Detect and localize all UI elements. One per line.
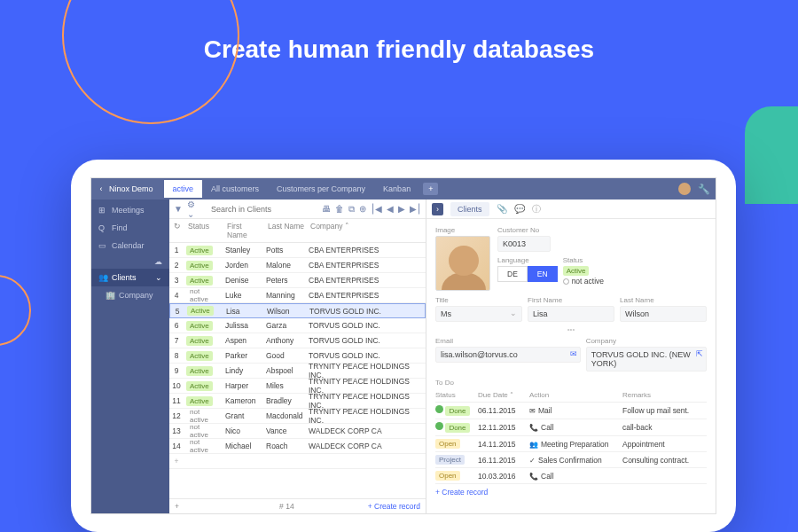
todo-row[interactable]: Project16.11.2015✓Sales ConfirmationCons…	[435, 452, 707, 468]
todo-header: Status Due Date ˄ Action Remarks	[435, 388, 707, 403]
cloud-sync-icon[interactable]: ☁	[91, 254, 169, 269]
grid-body: 1ActiveStanleyPottsCBA ENTERPRISES2Activ…	[169, 243, 426, 498]
todo-row[interactable]: Open14.11.2015👥Meeting PreparationAppoin…	[435, 436, 707, 452]
todo-label: To Do	[435, 379, 707, 387]
table-row[interactable]: 7ActiveAspenAnthonyTORVUS GOLD INC.	[169, 333, 426, 348]
list-panel: ▼ ⚙ ⌄ 🖶 🗑 ⧉ ⊕ ⎮◀ ◀ ▶ ▶⎮ ↻ Status First N…	[169, 200, 426, 513]
todo-row[interactable]: Open10.03.2016📞Call	[435, 468, 707, 484]
delete-icon[interactable]: 🗑	[335, 204, 344, 214]
filter-icon[interactable]: ▼	[174, 204, 183, 214]
todo-row[interactable]: Done12.11.2015📞Callcall-back	[435, 419, 707, 436]
company-field[interactable]: TORVUS GOLD INC. (NEW YORK)	[586, 347, 707, 372]
sidebar-item-meetings[interactable]: ⊞Meetings	[91, 201, 169, 219]
chevron-down-icon: ⌄	[155, 273, 162, 282]
calendar-icon: ▭	[98, 241, 107, 250]
lastname-label: Last Name	[620, 296, 707, 304]
table-row[interactable]: 4not activeLukeManningCBA ENTERPRISES	[169, 288, 426, 303]
row-count: # 14	[279, 502, 294, 511]
decorative-circle	[62, 0, 239, 124]
col-status[interactable]: Status	[185, 222, 224, 239]
collapse-detail-button[interactable]: ›	[432, 203, 443, 215]
gear-icon[interactable]: ⚙ ⌄	[187, 200, 204, 219]
search-input[interactable]	[208, 202, 313, 216]
client-photo[interactable]	[435, 236, 490, 291]
table-row[interactable]: 14not activeMichaelRoachWALDECK CORP CA	[169, 439, 426, 454]
email-field[interactable]: lisa.wilson@torvus.co	[435, 347, 581, 363]
table-row[interactable]: 6ActiveJulissaGarzaTORVUS GOLD INC.	[169, 318, 426, 333]
last-record-icon[interactable]: ▶⎮	[410, 204, 421, 214]
tab-kanban[interactable]: Kanban	[374, 180, 419, 198]
custno-field[interactable]: K0013	[497, 236, 551, 252]
find-icon: Q	[98, 223, 107, 232]
col-firstname[interactable]: First Name	[224, 222, 265, 239]
tab-customers-per-company[interactable]: Customers per Company	[268, 180, 374, 198]
col-lastname[interactable]: Last Name	[265, 222, 308, 239]
attachment-icon[interactable]: 📎	[497, 204, 507, 214]
add-row-placeholder[interactable]: +	[169, 454, 426, 469]
lang-en-button[interactable]: EN	[528, 266, 558, 282]
todo-col-date[interactable]: Due Date ˄	[478, 391, 529, 399]
table-row[interactable]: 5ActiveLisaWilsonTORVUS GOLD INC.	[169, 303, 426, 318]
duplicate-icon[interactable]: ⧉	[348, 204, 355, 215]
create-record-link[interactable]: + Create record	[368, 502, 420, 511]
decorative-shape	[745, 106, 798, 204]
top-bar: ‹ Ninox Demo activeAll customersCustomer…	[91, 178, 716, 200]
settings-wrench-icon[interactable]: 🔧	[698, 184, 710, 195]
table-row[interactable]: 2ActiveJordenMaloneCBA ENTERPRISES	[169, 258, 426, 273]
todo-row[interactable]: Done06.11.2015✉MailFollow up mail sent.	[435, 403, 707, 419]
sidebar-item-find[interactable]: QFind	[91, 219, 169, 237]
tablet-frame: ‹ Ninox Demo activeAll customersCustomer…	[71, 160, 736, 532]
grid-footer: + # 14 + Create record	[169, 498, 426, 513]
next-record-icon[interactable]: ▶	[398, 204, 405, 214]
add-tab-button[interactable]: +	[423, 183, 438, 195]
firstname-label: First Name	[528, 296, 614, 304]
status-active-option[interactable]: Active	[563, 266, 604, 276]
language-label: Language	[497, 256, 558, 264]
list-toolbar: ▼ ⚙ ⌄ 🖶 🗑 ⧉ ⊕ ⎮◀ ◀ ▶ ▶⎮	[169, 200, 426, 219]
email-label: Email	[435, 337, 581, 345]
database-title: Ninox Demo	[109, 184, 153, 193]
sidebar-item-calendar[interactable]: ▭Calendar	[91, 237, 169, 254]
tab-active[interactable]: active	[164, 180, 203, 198]
tab-all-customers[interactable]: All customers	[202, 180, 268, 198]
lang-de-button[interactable]: DE	[497, 266, 528, 282]
company-label: Company	[586, 337, 707, 345]
meetings-icon: ⊞	[98, 206, 107, 215]
comment-icon[interactable]: 💬	[514, 204, 525, 214]
col-company[interactable]: Company ˄	[308, 222, 426, 239]
grid-header: ↻ Status First Name Last Name Company ˄	[169, 219, 426, 243]
lastname-field[interactable]: Wilson	[620, 306, 707, 322]
add-row-button[interactable]: +	[175, 502, 179, 511]
prev-record-icon[interactable]: ◀	[387, 204, 394, 214]
language-toggle: DE EN	[497, 266, 558, 282]
more-fields-indicator[interactable]: •••	[435, 325, 707, 333]
todo-col-status[interactable]: Status	[435, 391, 478, 399]
decorative-arc	[0, 275, 31, 346]
detail-panel: › Clients 📎 💬 ⓘ Image Customer No K0013 …	[426, 200, 716, 513]
image-label: Image	[435, 226, 490, 234]
back-button[interactable]: ‹	[97, 184, 106, 193]
status-inactive-option[interactable]: not active	[563, 277, 604, 286]
detail-breadcrumb[interactable]: Clients	[450, 202, 489, 216]
sidebar: ⊞MeetingsQFind▭Calendar☁👥Clients⌄🏢Compan…	[91, 200, 169, 513]
table-row[interactable]: 1ActiveStanleyPottsCBA ENTERPRISES	[169, 243, 426, 258]
first-record-icon[interactable]: ⎮◀	[371, 204, 382, 214]
todo-create-link[interactable]: + Create record	[435, 484, 707, 500]
company-icon: 🏢	[106, 291, 114, 300]
todo-col-remarks[interactable]: Remarks	[622, 391, 707, 399]
clients-icon: 👥	[98, 273, 107, 282]
detail-bar: › Clients 📎 💬 ⓘ	[426, 200, 716, 219]
add-icon[interactable]: ⊕	[359, 204, 366, 214]
refresh-icon[interactable]: ↻	[169, 222, 185, 239]
sidebar-item-clients[interactable]: 👥Clients⌄	[91, 269, 169, 286]
status-label: Status	[563, 256, 604, 264]
user-avatar[interactable]	[678, 183, 691, 195]
title-select[interactable]: Ms	[435, 306, 522, 322]
sidebar-item-company[interactable]: 🏢Company	[91, 286, 169, 304]
todo-col-action[interactable]: Action	[529, 391, 622, 399]
title-label: Title	[435, 296, 522, 304]
firstname-field[interactable]: Lisa	[528, 306, 614, 322]
info-icon[interactable]: ⓘ	[532, 203, 541, 215]
custno-label: Customer No	[497, 226, 707, 234]
print-icon[interactable]: 🖶	[322, 204, 331, 214]
